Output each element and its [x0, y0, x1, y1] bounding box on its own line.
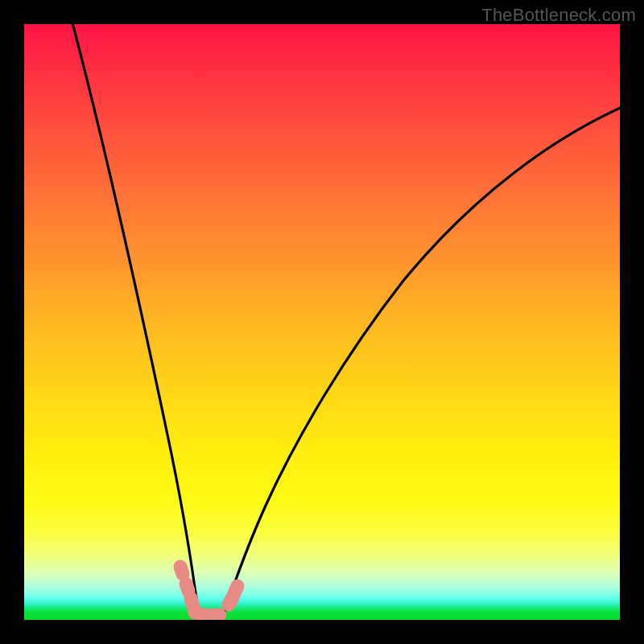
chart-frame: TheBottleneck.com — [0, 0, 644, 644]
curve-layer — [24, 24, 620, 620]
watermark-text: TheBottleneck.com — [481, 5, 636, 26]
valley-markers — [180, 567, 237, 615]
left-branch-curve — [72, 24, 200, 619]
plot-area — [24, 24, 620, 620]
right-branch-curve — [222, 106, 620, 619]
